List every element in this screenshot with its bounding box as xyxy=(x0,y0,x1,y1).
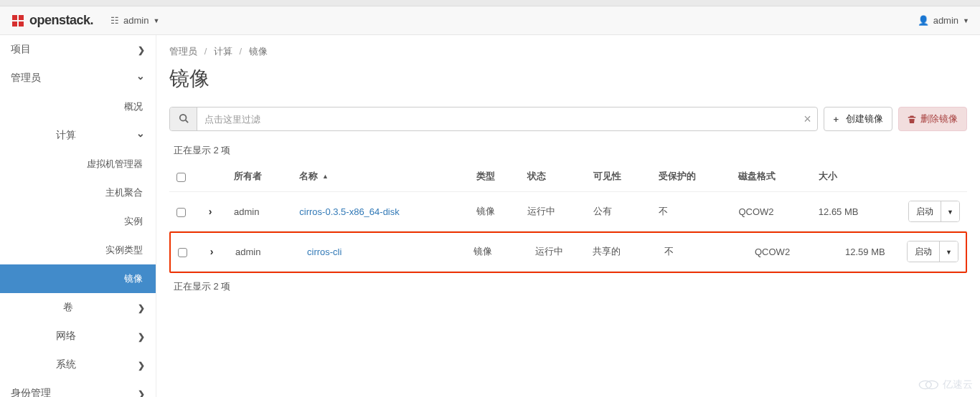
button-label: 删除镜像 xyxy=(920,113,958,125)
chevron-down-icon xyxy=(136,130,145,141)
sidebar: 项目 管理员 概况 计算 虚拟机管理器 主机聚合 实例 实例类型 镜像 xyxy=(0,35,156,397)
user-menu[interactable]: 👤 admin ▼ xyxy=(918,15,969,26)
caret-down-icon: ▼ xyxy=(946,249,952,256)
brand-logo[interactable]: openstack. xyxy=(11,13,93,28)
col-type[interactable]: 类型 xyxy=(469,161,520,192)
sidebar-subgroup-volumes[interactable]: 卷 xyxy=(0,293,156,322)
sidebar-item-label: 镜像 xyxy=(124,272,143,285)
sidebar-item-hypervisors[interactable]: 虚拟机管理器 xyxy=(0,150,156,178)
sidebar-label: 卷 xyxy=(63,301,73,314)
row-count-bottom: 正在显示 2 项 xyxy=(174,280,967,293)
openstack-icon xyxy=(11,14,25,28)
cell-type: 镜像 xyxy=(469,192,520,231)
select-all-checkbox[interactable] xyxy=(176,173,186,182)
sidebar-item-label: 实例 xyxy=(124,215,143,228)
urlbar-placeholder xyxy=(0,0,980,6)
row-checkbox[interactable] xyxy=(176,208,186,217)
breadcrumb-admin[interactable]: 管理员 xyxy=(169,46,197,57)
breadcrumb-current: 镜像 xyxy=(249,46,268,57)
sidebar-label: 网络 xyxy=(56,330,76,343)
breadcrumb-compute[interactable]: 计算 xyxy=(214,46,232,57)
search-button[interactable] xyxy=(170,107,197,130)
col-name[interactable]: 名称 ▲ xyxy=(292,161,469,192)
cell-disk-format: QCOW2 xyxy=(748,232,838,272)
svg-point-4 xyxy=(179,114,186,120)
image-link[interactable]: cirros-0.3.5-x86_64-disk xyxy=(299,206,399,217)
highlighted-row-frame: › admin cirros-cli 镜像 运行中 共享的 不 QCOW2 12… xyxy=(169,231,967,273)
row-action-dropdown[interactable]: ▼ xyxy=(939,241,958,262)
col-owner[interactable]: 所有者 xyxy=(227,161,292,192)
image-link[interactable]: cirros-cli xyxy=(307,247,341,257)
clear-filter-button[interactable]: × xyxy=(797,107,817,130)
sidebar-label: 计算 xyxy=(56,129,76,142)
sidebar-item-instances[interactable]: 实例 xyxy=(0,207,156,236)
chevron-right-icon xyxy=(138,388,145,397)
row-action-dropdown[interactable]: ▼ xyxy=(941,201,959,221)
sidebar-subgroup-compute[interactable]: 计算 xyxy=(0,121,156,150)
sidebar-group-admin[interactable]: 管理员 xyxy=(0,64,156,92)
toolbar: × 创建镜像 删除镜像 xyxy=(169,107,967,131)
sidebar-item-flavors[interactable]: 实例类型 xyxy=(0,236,156,264)
plus-icon xyxy=(833,114,842,125)
close-icon: × xyxy=(804,112,811,126)
cell-status: 运行中 xyxy=(520,192,585,231)
brand-name: openstack. xyxy=(29,13,93,27)
col-size[interactable]: 大小 xyxy=(811,161,895,192)
svg-rect-2 xyxy=(12,21,17,27)
svg-rect-1 xyxy=(19,15,24,20)
breadcrumb: 管理员 / 计算 / 镜像 xyxy=(169,45,967,58)
caret-down-icon: ▼ xyxy=(153,17,159,24)
chevron-down-icon xyxy=(136,72,145,84)
row-count-top: 正在显示 2 项 xyxy=(174,144,967,157)
chevron-right-icon xyxy=(138,359,145,370)
sidebar-group-project[interactable]: 项目 xyxy=(0,35,156,64)
row-action-group: 启动 ▼ xyxy=(907,241,958,262)
col-name-label: 名称 xyxy=(299,171,318,181)
project-selector-label: admin xyxy=(123,15,149,26)
svg-rect-3 xyxy=(19,21,24,27)
sidebar-item-aggregates[interactable]: 主机聚合 xyxy=(0,178,156,207)
user-icon: 👤 xyxy=(918,15,929,26)
sidebar-item-label: 概况 xyxy=(124,100,143,113)
breadcrumb-sep: / xyxy=(204,46,207,57)
sidebar-item-images[interactable]: 镜像 xyxy=(0,264,156,293)
sidebar-label: 项目 xyxy=(11,43,31,56)
expand-row-icon[interactable]: › xyxy=(205,206,215,217)
cell-visibility: 共享的 xyxy=(585,232,657,272)
chevron-right-icon xyxy=(138,44,145,55)
create-image-button[interactable]: 创建镜像 xyxy=(824,107,892,131)
table-row: › admin cirros-0.3.5-x86_64-disk 镜像 运行中 … xyxy=(169,192,967,231)
page-title: 镜像 xyxy=(169,65,967,92)
caret-down-icon: ▼ xyxy=(947,209,953,216)
svg-rect-0 xyxy=(12,15,17,20)
cell-status: 运行中 xyxy=(528,232,585,272)
cell-size: 12.65 MB xyxy=(811,192,895,231)
cell-owner: admin xyxy=(228,232,300,272)
expand-row-icon[interactable]: › xyxy=(207,246,217,257)
launch-button[interactable]: 启动 xyxy=(908,241,939,262)
col-disk-format[interactable]: 磁盘格式 xyxy=(731,161,811,192)
main-content: 管理员 / 计算 / 镜像 镜像 × 创建镜像 xyxy=(156,35,980,397)
sidebar-label: 身份管理 xyxy=(11,387,51,397)
user-menu-label: admin xyxy=(933,15,958,26)
col-status[interactable]: 状态 xyxy=(520,161,585,192)
sidebar-subgroup-networks[interactable]: 网络 xyxy=(0,322,156,350)
delete-image-button[interactable]: 删除镜像 xyxy=(898,107,967,131)
col-visibility[interactable]: 可见性 xyxy=(586,161,651,192)
sidebar-item-overview[interactable]: 概况 xyxy=(0,92,156,121)
col-protected[interactable]: 受保护的 xyxy=(651,161,731,192)
project-selector[interactable]: ☷ admin ▼ xyxy=(110,15,159,26)
filter-wrapper: × xyxy=(169,107,818,131)
cell-protected: 不 xyxy=(651,192,731,231)
launch-button[interactable]: 启动 xyxy=(909,201,941,221)
panel-icon: ☷ xyxy=(110,15,119,26)
sidebar-group-identity[interactable]: 身份管理 xyxy=(0,379,156,397)
filter-input[interactable] xyxy=(197,107,797,130)
sidebar-item-label: 实例类型 xyxy=(105,244,143,257)
sidebar-label: 系统 xyxy=(56,358,76,371)
cell-protected: 不 xyxy=(657,232,748,272)
chevron-right-icon xyxy=(138,330,145,342)
row-checkbox[interactable] xyxy=(178,248,187,257)
sidebar-subgroup-system[interactable]: 系统 xyxy=(0,350,156,379)
sidebar-item-label: 虚拟机管理器 xyxy=(87,158,143,171)
